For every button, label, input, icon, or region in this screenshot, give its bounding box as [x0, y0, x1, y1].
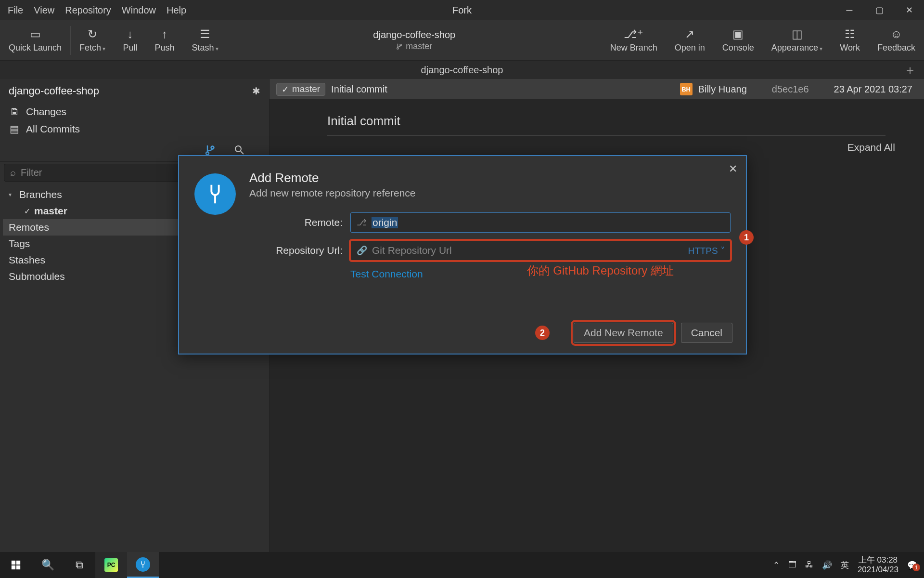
annotation-note: 你的 GitHub Repository 網址: [527, 263, 674, 278]
gear-icon[interactable]: ✱: [252, 85, 260, 97]
commits-icon: ▤: [9, 123, 20, 135]
branch-pill[interactable]: ✓ master: [276, 83, 325, 96]
stash-button[interactable]: ☰ Stash: [183, 20, 227, 60]
sidebar-all-commits[interactable]: ▤ All Commits: [0, 120, 269, 138]
svg-rect-3: [16, 561, 20, 565]
menu-bar: File View Repository Window Help: [0, 5, 186, 16]
commit-message: Initial commit: [331, 84, 387, 95]
app-title: Fork: [452, 5, 472, 16]
toolbar: ▭ Quick Launch ↻ Fetch ↓ Pull ↑ Push ☰ S…: [0, 20, 924, 61]
tray-ime[interactable]: 英: [841, 560, 849, 571]
test-connection-link[interactable]: Test Connection: [350, 268, 423, 280]
expand-all-button[interactable]: Expand All: [847, 142, 895, 153]
annotation-badge-1: 1: [739, 230, 754, 245]
pull-icon: ↓: [127, 27, 133, 41]
remote-label: Remote:: [249, 217, 350, 228]
tab-strip: django-coffee-shop ＋: [0, 61, 924, 79]
dialog-close-button[interactable]: ✕: [729, 163, 737, 175]
url-label: Repository Url:: [249, 245, 350, 256]
annotation-badge-2: 2: [535, 326, 550, 340]
pull-button[interactable]: ↓ Pull: [114, 20, 146, 60]
feedback-button[interactable]: ☺ Feedback: [869, 20, 924, 60]
svg-line-1: [241, 151, 244, 154]
task-view[interactable]: ⧉: [64, 552, 95, 578]
new-tab-button[interactable]: ＋: [904, 62, 916, 79]
remote-name-value: origin: [372, 217, 398, 228]
svg-rect-5: [16, 565, 20, 569]
taskbar: 🔍 ⧉ PC ⌃ 🗔 🖧 🔊 英 上午 03:282021/04/23 💬: [0, 552, 924, 578]
sidebar-repo-name: django-coffee-shop: [9, 85, 99, 97]
menu-file[interactable]: File: [8, 5, 23, 16]
menu-repository[interactable]: Repository: [65, 5, 111, 16]
commit-author: Billy Huang: [698, 84, 747, 95]
commit-row[interactable]: ✓ master Initial commit BH Billy Huang d…: [270, 79, 924, 99]
svg-rect-4: [12, 565, 15, 569]
window-minimize[interactable]: ─: [834, 0, 864, 20]
fork-icon: [194, 173, 236, 215]
titlebar: File View Repository Window Help Fork ─ …: [0, 0, 924, 20]
folder-icon: ▭: [30, 27, 41, 41]
repo-tab[interactable]: django-coffee-shop master: [227, 29, 602, 52]
remote-name-input[interactable]: ⎇ origin: [350, 212, 731, 233]
url-placeholder: Git Repository Url: [372, 245, 452, 256]
search-icon: ⌕: [10, 167, 16, 178]
notifications-button[interactable]: 💬: [907, 560, 917, 570]
open-in-icon: ↗: [685, 27, 694, 41]
add-new-remote-button[interactable]: Add New Remote: [574, 323, 673, 343]
sidebar-changes-label: Changes: [26, 106, 66, 118]
work-button[interactable]: ☷ Work: [831, 20, 869, 60]
console-icon: ▣: [732, 27, 744, 41]
dialog-subtitle: Add new remote repository reference: [249, 187, 731, 199]
add-remote-dialog: ✕ Add Remote Add new remote repository r…: [178, 155, 747, 355]
sidebar-all-commits-label: All Commits: [26, 123, 80, 135]
changes-icon: 🗎: [9, 106, 20, 118]
repository-url-input[interactable]: 🔗 Git Repository Url HTTPS ˅: [350, 240, 731, 261]
repo-tab-name: django-coffee-shop: [373, 29, 455, 40]
work-icon: ☷: [845, 27, 855, 41]
tray-volume-icon[interactable]: 🔊: [822, 560, 832, 570]
taskbar-pycharm[interactable]: PC: [95, 552, 127, 578]
appearance-icon: ◫: [792, 27, 803, 41]
commit-date: 23 Apr 2021 03:27: [834, 84, 912, 95]
push-button[interactable]: ↑ Push: [146, 20, 183, 60]
feedback-icon: ☺: [890, 27, 902, 41]
fetch-icon: ↻: [88, 27, 97, 41]
tray-network-icon[interactable]: 🖧: [805, 560, 813, 570]
console-button[interactable]: ▣ Console: [714, 20, 763, 60]
fetch-button[interactable]: ↻ Fetch: [71, 20, 114, 60]
branch-icon: ⎇: [357, 217, 367, 228]
appearance-button[interactable]: ◫ Appearance: [763, 20, 831, 60]
quick-launch-button[interactable]: ▭ Quick Launch: [0, 20, 70, 60]
start-button[interactable]: [0, 552, 32, 578]
filter-placeholder: Filter: [21, 167, 42, 178]
cancel-button[interactable]: Cancel: [681, 323, 732, 343]
tray-overflow-icon[interactable]: ⌃: [773, 560, 780, 570]
commit-hash: d5ec1e6: [772, 84, 809, 95]
menu-view[interactable]: View: [34, 5, 54, 16]
taskbar-clock[interactable]: 上午 03:282021/04/23: [858, 555, 898, 574]
dialog-title: Add Remote: [249, 171, 731, 185]
sidebar-changes[interactable]: 🗎 Changes: [0, 103, 269, 120]
push-icon: ↑: [162, 27, 167, 41]
taskbar-fork[interactable]: [127, 552, 159, 578]
tab-name[interactable]: django-coffee-shop: [421, 65, 503, 76]
stash-icon: ☰: [200, 27, 210, 41]
new-branch-button[interactable]: ⎇⁺ New Branch: [602, 20, 666, 60]
new-branch-icon: ⎇⁺: [624, 27, 643, 41]
branch-view-icon[interactable]: [205, 144, 216, 156]
taskbar-search[interactable]: 🔍: [32, 552, 64, 578]
svg-rect-2: [12, 561, 15, 565]
tray-battery-icon[interactable]: 🗔: [788, 560, 796, 570]
repo-tab-branch: master: [406, 41, 432, 52]
open-in-button[interactable]: ↗ Open in: [666, 20, 714, 60]
protocol-dropdown[interactable]: HTTPS ˅: [688, 245, 725, 256]
window-close[interactable]: ✕: [894, 0, 924, 20]
svg-point-0: [235, 146, 241, 152]
menu-window[interactable]: Window: [122, 5, 156, 16]
window-maximize[interactable]: ▢: [864, 0, 894, 20]
link-icon: 🔗: [357, 245, 367, 256]
author-avatar: BH: [680, 83, 693, 95]
commit-detail-title: Initial commit: [327, 114, 886, 136]
menu-help[interactable]: Help: [167, 5, 186, 16]
search-icon[interactable]: [233, 144, 245, 156]
